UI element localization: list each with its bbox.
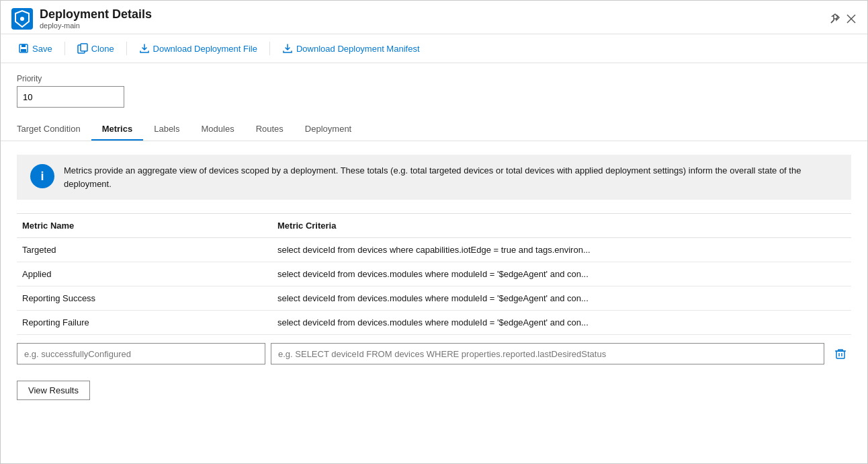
metric-name-targeted: Targeted	[17, 245, 272, 255]
metric-name-reporting-failure: Reporting Failure	[17, 317, 272, 327]
col-header-criteria: Metric Criteria	[272, 221, 851, 231]
clone-icon	[77, 43, 88, 54]
new-metric-name-input[interactable]	[17, 343, 265, 364]
table-row: Targeted select deviceId from devices wh…	[17, 238, 851, 262]
tab-modules[interactable]: Modules	[191, 118, 245, 141]
info-box: i Metrics provide an aggregate view of d…	[17, 155, 851, 200]
priority-section: Priority	[1, 63, 867, 108]
clone-button[interactable]: Clone	[71, 40, 121, 57]
info-text: Metrics provide an aggregate view of dev…	[64, 164, 838, 190]
tabs-bar: Target Condition Metrics Labels Modules …	[1, 108, 867, 141]
download-file-icon	[139, 43, 150, 54]
metric-criteria-applied: select deviceId from devices.modules whe…	[272, 269, 851, 279]
view-results-button[interactable]: View Results	[17, 381, 90, 400]
svg-rect-10	[81, 44, 87, 51]
pin-icon[interactable]	[830, 13, 840, 24]
download-file-button[interactable]: Download Deployment File	[132, 40, 264, 57]
window-title: Deployment Details	[40, 7, 152, 22]
close-icon[interactable]	[846, 13, 857, 24]
metric-criteria-reporting-failure: select deviceId from devices.modules whe…	[272, 317, 851, 327]
metric-criteria-reporting-success: select deviceId from devices.modules whe…	[272, 293, 851, 303]
title-bar-left: Deployment Details deploy-main	[11, 7, 152, 30]
deployment-details-window: Deployment Details deploy-main	[0, 0, 868, 464]
trash-icon	[834, 348, 847, 360]
toolbar: Save Clone Download Deployment File Down…	[1, 34, 867, 63]
svg-rect-11	[836, 351, 844, 358]
clone-label: Clone	[91, 44, 114, 54]
new-metric-criteria-input[interactable]	[271, 343, 824, 364]
separator-3	[269, 42, 270, 55]
table-row: Applied select deviceId from devices.mod…	[17, 262, 851, 286]
content-area[interactable]: Priority Target Condition Metrics Labels…	[1, 63, 867, 463]
title-bar: Deployment Details deploy-main	[1, 1, 867, 34]
info-icon: i	[30, 164, 54, 188]
tab-routes[interactable]: Routes	[245, 118, 294, 141]
tab-metrics[interactable]: Metrics	[91, 118, 144, 141]
title-text: Deployment Details deploy-main	[40, 7, 152, 30]
metrics-header: Metric Name Metric Criteria	[17, 214, 851, 238]
metric-name-applied: Applied	[17, 269, 272, 279]
tab-target-condition[interactable]: Target Condition	[17, 118, 91, 141]
col-header-name: Metric Name	[17, 221, 272, 231]
app-icon	[11, 8, 33, 30]
metric-name-reporting-success: Reporting Success	[17, 293, 272, 303]
metrics-table: Metric Name Metric Criteria Targeted sel…	[17, 213, 851, 335]
table-row: Reporting Failure select deviceId from d…	[17, 311, 851, 335]
download-manifest-label: Download Deployment Manifest	[296, 44, 420, 54]
new-metric-row	[17, 343, 851, 364]
metric-criteria-targeted: select deviceId from devices where capab…	[272, 245, 851, 255]
priority-input[interactable]	[17, 86, 124, 108]
svg-rect-7	[21, 44, 26, 47]
title-bar-controls	[830, 13, 857, 24]
download-manifest-button[interactable]: Download Deployment Manifest	[275, 40, 427, 57]
save-label: Save	[32, 44, 52, 54]
table-row: Reporting Success select deviceId from d…	[17, 286, 851, 311]
delete-metric-button[interactable]	[830, 343, 851, 364]
window-subtitle: deploy-main	[40, 22, 152, 30]
download-file-label: Download Deployment File	[153, 44, 257, 54]
svg-line-3	[831, 20, 834, 23]
view-results-label: View Results	[28, 385, 79, 395]
tab-deployment[interactable]: Deployment	[294, 118, 362, 141]
priority-label: Priority	[17, 74, 851, 83]
download-manifest-icon	[282, 43, 293, 54]
tab-labels[interactable]: Labels	[143, 118, 190, 141]
save-button[interactable]: Save	[11, 40, 59, 57]
separator-2	[126, 42, 127, 55]
save-icon	[18, 43, 29, 54]
view-results-section: View Results	[1, 373, 867, 408]
svg-rect-8	[21, 49, 26, 52]
separator-1	[64, 42, 65, 55]
svg-point-2	[20, 17, 24, 21]
